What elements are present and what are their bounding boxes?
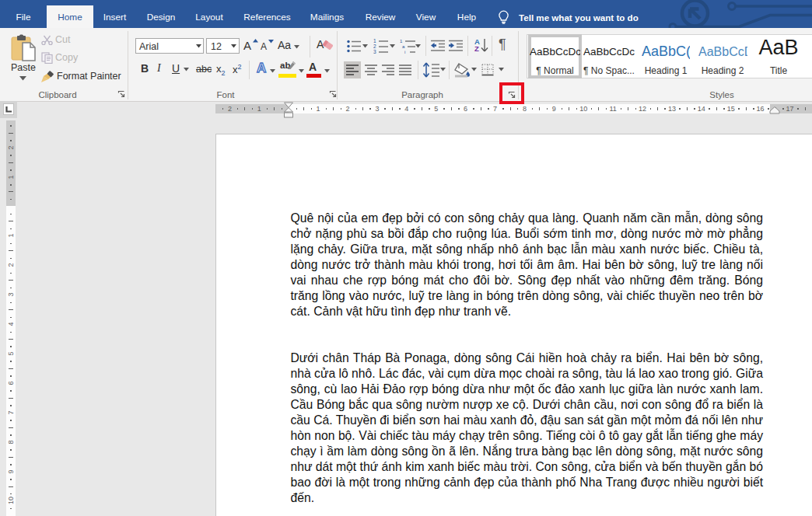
svg-text:3: 3 [373,49,376,54]
svg-text:i: i [404,50,405,54]
svg-text:1: 1 [400,39,403,44]
svg-text:2: 2 [373,44,376,49]
svg-text:a: a [402,44,405,49]
svg-text:1: 1 [373,38,376,44]
